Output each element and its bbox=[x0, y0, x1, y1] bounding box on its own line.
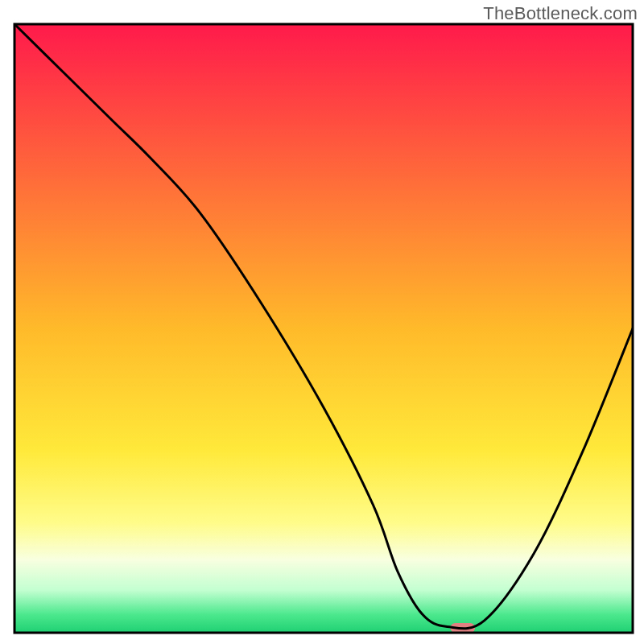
chart-container: TheBottleneck.com bbox=[0, 0, 644, 644]
bottleneck-chart bbox=[0, 0, 644, 644]
watermark-text: TheBottleneck.com bbox=[483, 3, 638, 24]
